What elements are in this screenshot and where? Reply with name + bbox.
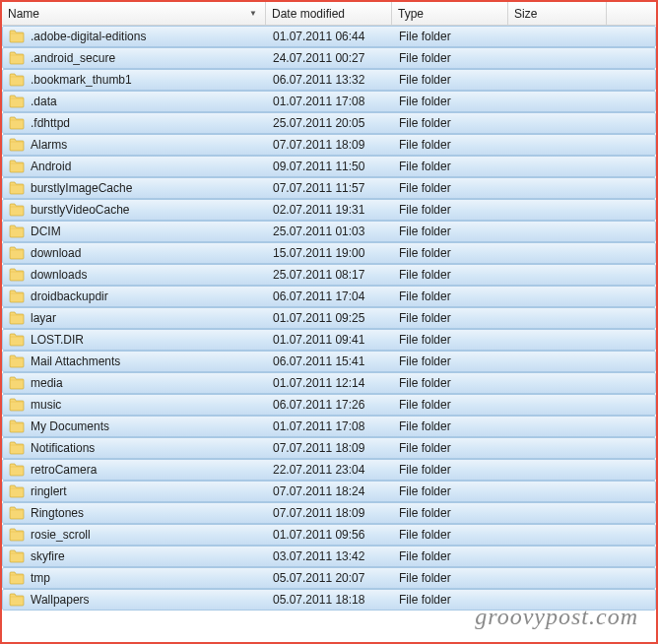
file-row[interactable]: .fdhttpd25.07.2011 20:05File folder <box>2 112 656 134</box>
file-row[interactable]: download15.07.2011 19:00File folder <box>2 242 656 264</box>
file-name-cell: skyfire <box>3 549 267 563</box>
file-name-cell: Notifications <box>3 441 267 455</box>
file-name-cell: downloads <box>3 268 267 282</box>
file-type-cell: File folder <box>393 506 509 520</box>
column-header-name-label: Name <box>8 7 39 21</box>
file-date-cell: 01.07.2011 17:08 <box>267 419 393 433</box>
file-name-label: My Documents <box>31 419 109 433</box>
folder-icon <box>9 203 25 217</box>
folder-icon <box>9 333 25 347</box>
file-type-cell: File folder <box>393 73 509 87</box>
file-date-cell: 06.07.2011 13:32 <box>267 73 393 87</box>
folder-icon <box>9 354 25 368</box>
file-name-label: skyfire <box>31 549 65 563</box>
file-name-cell: ringlert <box>3 484 267 498</box>
file-name-label: droidbackupdir <box>31 290 108 303</box>
sort-descending-icon: ▼ <box>249 9 257 18</box>
file-name-label: music <box>31 398 61 412</box>
file-row[interactable]: rosie_scroll01.07.2011 09:56File folder <box>2 524 656 546</box>
file-name-label: Android <box>31 160 71 173</box>
file-row[interactable]: Alarms07.07.2011 18:09File folder <box>2 134 656 156</box>
file-name-label: DCIM <box>31 225 61 238</box>
file-type-cell: File folder <box>393 528 509 542</box>
file-type-cell: File folder <box>393 290 509 303</box>
file-row[interactable]: music06.07.2011 17:26File folder <box>2 394 656 416</box>
file-row[interactable]: ringlert07.07.2011 18:24File folder <box>2 481 656 502</box>
file-date-cell: 01.07.2011 06:44 <box>267 30 393 43</box>
file-date-cell: 06.07.2011 17:26 <box>267 398 393 412</box>
file-type-cell: File folder <box>393 376 509 390</box>
file-type-cell: File folder <box>393 354 509 368</box>
file-name-cell: Ringtones <box>3 506 267 520</box>
file-row[interactable]: tmp05.07.2011 20:07File folder <box>2 567 656 589</box>
file-name-label: rosie_scroll <box>31 528 91 542</box>
file-row[interactable]: burstlyImageCache07.07.2011 11:57File fo… <box>2 177 656 199</box>
file-type-cell: File folder <box>393 246 509 260</box>
file-type-cell: File folder <box>393 311 509 325</box>
file-row[interactable]: LOST.DIR01.07.2011 09:41File folder <box>2 329 656 351</box>
file-type-cell: File folder <box>393 571 509 585</box>
file-type-cell: File folder <box>393 398 509 412</box>
file-name-label: Alarms <box>31 138 67 152</box>
file-type-cell: File folder <box>393 181 509 195</box>
file-row[interactable]: burstlyVideoCache02.07.2011 19:31File fo… <box>2 199 656 221</box>
file-row[interactable]: .data01.07.2011 17:08File folder <box>2 91 656 112</box>
file-row[interactable]: My Documents01.07.2011 17:08File folder <box>2 416 656 437</box>
file-explorer-window: Name ▼ Date modified Type Size .adobe-di… <box>0 0 658 644</box>
file-name-label: ringlert <box>31 484 67 498</box>
file-name-cell: download <box>3 246 267 260</box>
folder-icon <box>9 571 25 585</box>
folder-icon <box>9 138 25 152</box>
file-row[interactable]: .android_secure24.07.2011 00:27File fold… <box>2 47 656 69</box>
column-header-date[interactable]: Date modified <box>266 2 392 25</box>
file-name-cell: Android <box>3 160 267 173</box>
file-date-cell: 05.07.2011 18:18 <box>267 593 393 607</box>
file-name-cell: tmp <box>3 571 267 585</box>
file-name-label: .android_secure <box>31 51 115 65</box>
folder-icon <box>9 95 25 108</box>
file-name-cell: .adobe-digital-editions <box>3 30 267 43</box>
file-name-label: tmp <box>31 571 50 585</box>
column-header-size[interactable]: Size <box>508 2 607 25</box>
file-name-label: burstlyVideoCache <box>31 203 130 217</box>
column-header-type[interactable]: Type <box>392 2 508 25</box>
file-row[interactable]: media01.07.2011 12:14File folder <box>2 372 656 394</box>
file-name-label: download <box>31 246 81 260</box>
file-list[interactable]: .adobe-digital-editions01.07.2011 06:44F… <box>2 26 656 611</box>
file-type-cell: File folder <box>393 51 509 65</box>
watermark-text: groovypost.com <box>475 604 638 630</box>
file-row[interactable]: .adobe-digital-editions01.07.2011 06:44F… <box>2 26 656 47</box>
file-row[interactable]: retroCamera22.07.2011 23:04File folder <box>2 459 656 481</box>
file-date-cell: 01.07.2011 17:08 <box>267 95 393 108</box>
file-row[interactable]: Android09.07.2011 11:50File folder <box>2 156 656 177</box>
folder-icon <box>9 419 25 433</box>
file-name-label: .bookmark_thumb1 <box>31 73 132 87</box>
file-row[interactable]: Mail Attachments06.07.2011 15:41File fol… <box>2 351 656 372</box>
folder-icon <box>9 181 25 195</box>
file-date-cell: 24.07.2011 00:27 <box>267 51 393 65</box>
file-name-cell: Mail Attachments <box>3 354 267 368</box>
file-type-cell: File folder <box>393 138 509 152</box>
file-name-cell: music <box>3 398 267 412</box>
column-header-row: Name ▼ Date modified Type Size <box>2 2 656 26</box>
file-row[interactable]: droidbackupdir06.07.2011 17:04File folde… <box>2 286 656 307</box>
file-type-cell: File folder <box>393 116 509 130</box>
file-row[interactable]: Ringtones07.07.2011 18:09File folder <box>2 502 656 524</box>
column-header-name[interactable]: Name ▼ <box>2 2 266 25</box>
file-row[interactable]: Notifications07.07.2011 18:09File folder <box>2 437 656 459</box>
file-name-cell: LOST.DIR <box>3 333 267 347</box>
file-type-cell: File folder <box>393 268 509 282</box>
file-row[interactable]: downloads25.07.2011 08:17File folder <box>2 264 656 286</box>
file-name-cell: burstlyImageCache <box>3 181 267 195</box>
file-date-cell: 06.07.2011 17:04 <box>267 290 393 303</box>
file-name-cell: .fdhttpd <box>3 116 267 130</box>
file-type-cell: File folder <box>393 203 509 217</box>
file-type-cell: File folder <box>393 463 509 477</box>
folder-icon <box>9 463 25 477</box>
file-date-cell: 07.07.2011 18:24 <box>267 484 393 498</box>
file-row[interactable]: skyfire03.07.2011 13:42File folder <box>2 546 656 567</box>
file-row[interactable]: .bookmark_thumb106.07.2011 13:32File fol… <box>2 69 656 91</box>
folder-icon <box>9 73 25 87</box>
file-row[interactable]: DCIM25.07.2011 01:03File folder <box>2 221 656 242</box>
file-row[interactable]: layar01.07.2011 09:25File folder <box>2 307 656 329</box>
